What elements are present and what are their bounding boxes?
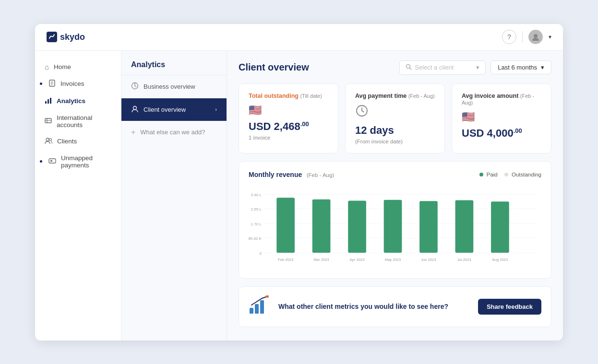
chart-legend: Paid Outstanding [479,172,541,177]
flag-icon-avginvoice: 🇺🇸 [462,111,541,123]
analytics-nav-client[interactable]: Client overview › [121,98,227,121]
svg-rect-6 [48,99,49,104]
svg-text:Mar 2023: Mar 2023 [314,258,329,262]
avatar [528,30,543,44]
feedback-chart-icon [249,295,270,318]
stat-card-outstanding: Total outstanding (Till date) 🇺🇸 USD 2,4… [239,83,338,153]
sidebar-label-clients: Clients [57,138,77,145]
svg-text:3.40 L: 3.40 L [251,192,262,197]
analytics-panel-title: Analytics [131,60,165,69]
page-title: Client overview [239,62,309,73]
svg-rect-40 [455,200,474,252]
logo-icon [47,32,57,42]
search-chevron-icon: ▾ [476,64,479,71]
chart-title-group: Monthly revenue (Feb - Aug) [249,170,334,179]
app-window: skydo ? ▾ ⌂ Home [35,24,563,341]
svg-text:Aug 2023: Aug 2023 [492,258,508,262]
clock-icon [355,104,435,120]
svg-text:Jul 2023: Jul 2023 [457,258,471,262]
user-menu-chevron[interactable]: ▾ [549,34,551,40]
date-filter-chevron-icon: ▾ [541,64,544,71]
stat-title-outstanding: Total outstanding (Till date) [249,93,328,99]
sidebar-label-invoices: Invoices [60,80,84,87]
svg-point-11 [46,138,49,141]
client-overview-icon [131,105,139,114]
stat-value-avginvoice: USD 4,000.00 [462,127,541,140]
svg-point-17 [407,64,410,68]
legend-paid: Paid [479,172,498,177]
chart-title: Monthly revenue [249,171,302,178]
analytics-nav-business-label: Business overview [144,83,195,90]
sidebar-label-analytics: Analytics [57,97,85,105]
sidebar-item-international[interactable]: International accounts [35,110,121,133]
chart-svg: 3.40 L 2.55 L 1.70 L 85.00 K 0 [249,186,541,270]
stat-card-avgpayment: Avg payment time (Feb - Aug) 12 days (Fr… [345,83,445,153]
sidebar-label-unmapped: Unmapped payments [61,154,111,169]
sidebar: ⌂ Home Invoices [35,51,121,341]
content-header: Client overview Select a client ▾ [239,60,551,75]
chart-card: Monthly revenue (Feb - Aug) Paid Outstan… [239,161,551,279]
stat-title-avgpayment: Avg payment time (Feb - Aug) [355,93,435,99]
legend-paid-dot [479,173,483,176]
share-feedback-button[interactable]: Share feedback [478,299,541,315]
sidebar-label-international: International accounts [57,114,111,129]
chart-area: 3.40 L 2.55 L 1.70 L 85.00 K 0 [249,186,541,270]
svg-rect-42 [491,201,509,253]
clients-icon [45,137,52,146]
legend-outstanding: Outstanding [504,172,541,177]
svg-rect-44 [250,308,253,314]
analytics-panel-header: Analytics [121,51,227,75]
international-icon [45,117,52,126]
stat-sub-avgpayment: (From invoice date) [355,139,435,144]
svg-point-16 [133,106,137,109]
header-controls: Select a client ▾ Last 6 months ▾ [399,60,551,75]
invoices-icon [48,80,56,88]
svg-text:0: 0 [259,251,262,255]
search-icon [406,64,412,71]
svg-text:85.00 K: 85.00 K [249,236,262,241]
analytics-nav-client-label: Client overview [144,106,186,113]
main-layout: ⌂ Home Invoices [35,51,563,341]
svg-rect-46 [260,300,264,314]
client-search[interactable]: Select a client ▾ [399,60,486,75]
svg-rect-45 [255,304,259,314]
analytics-nav-business[interactable]: Business overview [121,75,227,98]
svg-text:Jun 2023: Jun 2023 [421,258,436,262]
svg-rect-38 [419,201,438,253]
svg-text:1.70 L: 1.70 L [251,222,262,226]
feedback-text: What other client metrics you would like… [278,303,469,310]
topbar-right: ? ▾ [502,30,551,44]
sidebar-item-unmapped[interactable]: Unmapped payments [35,150,121,173]
sidebar-item-clients[interactable]: Clients [35,133,121,150]
svg-line-18 [410,68,411,70]
sidebar-label-home: Home [54,63,71,70]
svg-rect-32 [312,199,331,252]
help-button[interactable]: ? [502,30,516,44]
svg-text:Feb 2023: Feb 2023 [278,258,293,262]
analytics-add-label: What else can we add? [140,129,205,136]
svg-rect-14 [50,160,52,162]
client-nav-chevron: › [215,106,217,112]
analytics-icon [45,97,52,106]
search-placeholder: Select a client [415,64,454,71]
sidebar-item-home[interactable]: ⌂ Home [35,59,121,75]
invoices-dot [40,82,42,85]
sidebar-item-invoices[interactable]: Invoices [35,75,121,93]
analytics-panel: Analytics Business overview [121,51,227,341]
stat-value-outstanding: USD 2,468.00 [249,120,328,133]
chart-header: Monthly revenue (Feb - Aug) Paid Outstan… [249,170,541,179]
svg-text:May 2023: May 2023 [385,258,401,262]
stat-value-avgpayment: 12 days [355,124,435,137]
date-filter-label: Last 6 months [498,64,537,71]
stat-card-avginvoice: Avg invoice amount (Feb - Aug) 🇺🇸 USD 4,… [452,83,551,153]
svg-point-0 [534,34,538,38]
logo: skydo [47,32,85,42]
feedback-card: What other client metrics you would like… [239,286,551,327]
svg-text:Apr 2023: Apr 2023 [350,258,365,262]
date-filter[interactable]: Last 6 months ▾ [490,60,551,74]
svg-rect-30 [276,198,295,253]
sidebar-item-analytics[interactable]: Analytics [35,93,121,110]
analytics-add-item[interactable]: + What else can we add? [121,121,227,143]
chart-period: (Feb - Aug) [307,172,335,178]
svg-point-47 [266,295,269,298]
